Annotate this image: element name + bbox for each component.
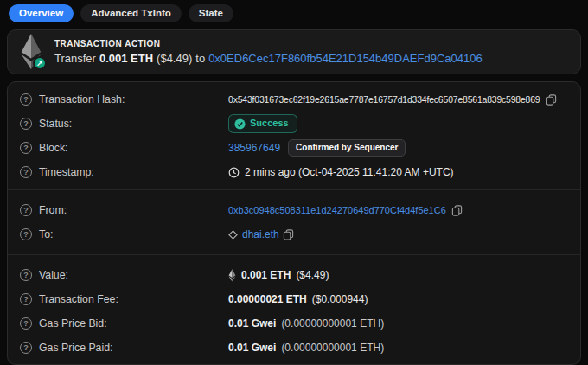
help-icon[interactable]: ? (20, 228, 32, 240)
value-amount: 0.001 ETH ($4.49) (228, 269, 329, 282)
label-text: Status: (39, 118, 72, 130)
label-text: Value: (39, 269, 68, 281)
label-text: Transaction Hash: (39, 93, 125, 106)
row-timestamp: ? Timestamp: 2 mins ago (Oct-04-2025 11:… (20, 160, 568, 184)
to-label: ? To: (20, 228, 228, 240)
from-label: ? From: (20, 204, 228, 216)
row-to: ? To: dhai.eth (20, 222, 568, 247)
tab-bar: Overview Advanced TxInfo State (0, 0, 588, 27)
row-gas-price-paid: ? Gas Price Paid: 0.01 Gwei (0.000000000… (20, 336, 568, 360)
row-value: ? Value: 0.001 ETH ($4.49) (20, 263, 568, 287)
gas-bid-gwei: 0.01 Gwei (228, 317, 276, 330)
transaction-details-card: ? Transaction Hash: 0x543f031673ec62f19e… (7, 81, 581, 365)
gas-paid-eth: (0.00000000001 ETH) (281, 342, 384, 354)
ethereum-logo-icon: ↗ (20, 34, 43, 70)
block-value: 385967649 Confirmed by Sequencer (228, 139, 406, 157)
divider (8, 254, 580, 255)
tab-overview[interactable]: Overview (9, 4, 74, 23)
row-from: ? From: 0xb3c0948c508311e1d24270649d770C… (20, 198, 568, 222)
tab-state[interactable]: State (189, 4, 233, 23)
gas-bid-value: 0.01 Gwei (0.00000000001 ETH) (228, 317, 384, 330)
row-gas-price-bid: ? Gas Price Bid: 0.01 Gwei (0.0000000000… (20, 311, 568, 336)
copy-hash-icon[interactable] (546, 94, 557, 106)
help-icon[interactable]: ? (20, 118, 32, 130)
status-label: ? Status: (20, 118, 228, 130)
status-success-badge: Success (228, 114, 297, 132)
label-text: To: (39, 228, 53, 240)
help-icon[interactable]: ? (20, 317, 32, 330)
action-preposition: to (195, 52, 205, 65)
help-icon[interactable]: ? (20, 93, 32, 106)
block-label: ? Block: (20, 142, 228, 154)
transfer-arrow-icon: ↗ (33, 56, 47, 70)
label-text: Transaction Fee: (39, 293, 118, 305)
row-transaction-fee: ? Transaction Fee: 0.00000021 ETH ($0.00… (20, 287, 568, 311)
fee-value: 0.00000021 ETH ($0.000944) (228, 293, 368, 305)
gas-bid-label: ? Gas Price Bid: (20, 317, 228, 330)
action-usd: ($4.49) (157, 52, 192, 65)
row-block: ? Block: 385967649 Confirmed by Sequence… (20, 136, 568, 160)
label-text: From: (39, 204, 67, 216)
action-to-address-link[interactable]: 0x0ED6Cec17F860fb54E21D154b49DAEFd9Ca041… (208, 52, 483, 65)
help-icon[interactable]: ? (20, 142, 32, 154)
help-icon[interactable]: ? (20, 269, 32, 281)
hash-text: 0x543f031673ec62f19e2615ae7787e16757d1d3… (228, 95, 540, 105)
gas-paid-gwei: 0.01 Gwei (228, 342, 276, 354)
transaction-action-card: ↗ TRANSACTION ACTION Transfer 0.001 ETH … (7, 29, 581, 74)
timestamp-value: 2 mins ago (Oct-04-2025 11:41:20 AM +UTC… (228, 166, 454, 178)
row-transaction-hash: ? Transaction Hash: 0x543f031673ec62f19e… (20, 87, 568, 112)
timestamp-text: 2 mins ago (Oct-04-2025 11:41:20 AM +UTC… (245, 166, 454, 178)
action-verb: Transfer (54, 52, 96, 65)
action-text: TRANSACTION ACTION Transfer 0.001 ETH ($… (54, 39, 483, 65)
eth-glyph-icon (228, 269, 236, 282)
label-text: Timestamp: (39, 166, 94, 178)
block-number-link[interactable]: 385967649 (228, 142, 280, 154)
arrow-glyph: ↗ (36, 60, 43, 67)
value-usd: ($4.49) (296, 269, 329, 281)
check-circle-icon (234, 118, 246, 130)
status-badge-text: Success (250, 118, 289, 129)
tx-page: Overview Advanced TxInfo State ↗ TRANSAC… (0, 0, 588, 365)
fee-usd: ($0.000944) (312, 293, 368, 305)
fee-label: ? Transaction Fee: (20, 293, 228, 305)
help-icon[interactable]: ? (20, 342, 32, 354)
value-label: ? Value: (20, 269, 228, 281)
status-value: Success (228, 114, 297, 132)
fee-eth: 0.00000021 ETH (228, 293, 307, 305)
diamond-outline-icon (228, 230, 238, 240)
clock-icon (228, 167, 240, 178)
copy-from-address-icon[interactable] (451, 205, 463, 216)
to-name-link[interactable]: dhai.eth (242, 228, 279, 240)
help-icon[interactable]: ? (20, 293, 32, 305)
label-text: Block: (39, 142, 68, 154)
tab-advanced-txinfo[interactable]: Advanced TxInfo (80, 4, 182, 23)
transaction-action-summary: Transfer 0.001 ETH ($4.49) to 0x0ED6Cec1… (54, 52, 483, 65)
gas-bid-eth: (0.00000000001 ETH) (281, 317, 384, 330)
from-value: 0xb3c0948c508311e1d24270649d770Cf4d4f5e1… (228, 205, 463, 216)
label-text: Gas Price Paid: (39, 342, 112, 354)
to-value: dhai.eth (228, 228, 294, 240)
help-icon[interactable]: ? (20, 166, 32, 178)
timestamp-label: ? Timestamp: (20, 166, 228, 178)
label-text: Gas Price Bid: (39, 317, 107, 330)
row-status: ? Status: Success (20, 112, 568, 136)
gas-paid-label: ? Gas Price Paid: (20, 342, 228, 354)
value-eth: 0.001 ETH (241, 269, 291, 281)
transaction-action-title: TRANSACTION ACTION (54, 39, 483, 48)
divider (8, 189, 580, 190)
help-icon[interactable]: ? (20, 204, 32, 216)
copy-to-address-icon[interactable] (283, 229, 294, 240)
action-amount: 0.001 ETH (99, 52, 153, 65)
transaction-hash-label: ? Transaction Hash: (20, 93, 228, 106)
from-address-link[interactable]: 0xb3c0948c508311e1d24270649d770Cf4d4f5e1… (228, 205, 446, 215)
transaction-hash-value: 0x543f031673ec62f19e2615ae7787e16757d1d3… (228, 94, 557, 106)
confirmed-by-sequencer-badge: Confirmed by Sequencer (288, 139, 406, 157)
gas-paid-value: 0.01 Gwei (0.00000000001 ETH) (228, 342, 384, 354)
